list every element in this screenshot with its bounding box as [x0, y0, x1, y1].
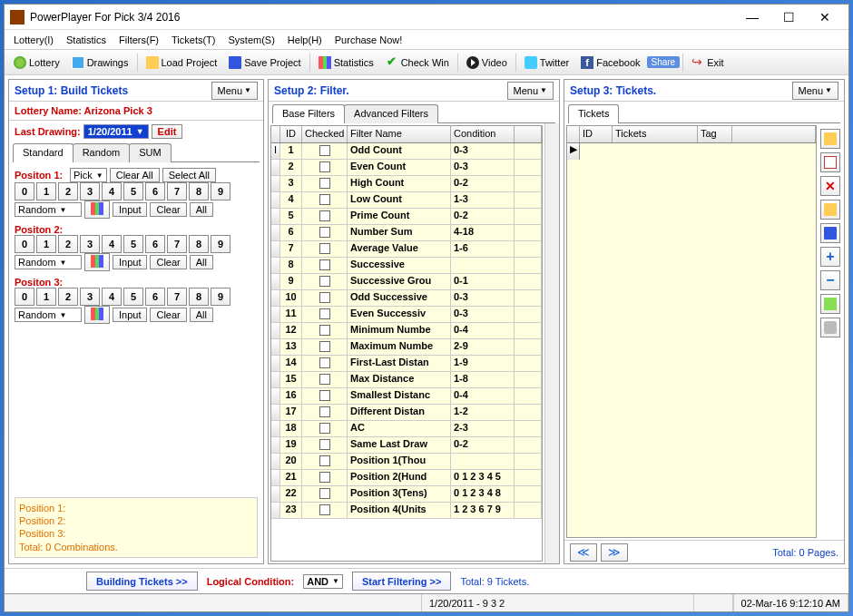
num-1-button[interactable]: 1 — [36, 235, 56, 253]
logical-condition-select[interactable]: AND▼ — [303, 574, 343, 589]
date-picker[interactable]: 1/20/2011▼ — [83, 124, 149, 139]
checkbox[interactable] — [319, 325, 330, 336]
maximize-button[interactable]: ☐ — [770, 6, 807, 28]
num-8-button[interactable]: 8 — [189, 235, 209, 253]
checkbox[interactable] — [319, 423, 330, 434]
num-8-button[interactable]: 8 — [189, 182, 209, 200]
filter-row[interactable]: 13 Maximum Numbe 2-9 — [271, 339, 542, 356]
checkbox[interactable] — [319, 341, 330, 352]
prev-page-button[interactable]: ≪ — [570, 543, 597, 562]
filter-row[interactable]: 2 Even Count 0-3 — [271, 160, 542, 176]
num-4-button[interactable]: 4 — [102, 182, 122, 200]
num-0-button[interactable]: 0 — [15, 288, 34, 306]
num-9-button[interactable]: 9 — [211, 182, 230, 200]
add-button[interactable]: + — [820, 247, 840, 267]
num-6-button[interactable]: 6 — [145, 235, 165, 253]
num-3-button[interactable]: 3 — [80, 288, 100, 306]
checkbox[interactable] — [319, 455, 330, 466]
scrollbar[interactable] — [544, 123, 559, 563]
statistics-button[interactable]: Statistics — [313, 53, 379, 73]
filter-row[interactable]: 23 Position 4(Units 1 2 3 6 7 9 — [271, 503, 542, 519]
filter-row[interactable]: 3 High Count 0-2 — [271, 176, 542, 192]
num-4-button[interactable]: 4 — [102, 288, 122, 306]
num-5-button[interactable]: 5 — [123, 182, 143, 200]
share-button[interactable]: Share — [647, 56, 681, 68]
filter-row[interactable]: 17 Different Distan 1-2 — [271, 405, 542, 421]
all-button[interactable]: All — [190, 255, 213, 269]
minimize-button[interactable]: — — [734, 6, 770, 28]
checkbox[interactable] — [319, 210, 330, 221]
filter-row[interactable]: 12 Minimum Numbe 0-4 — [271, 323, 542, 339]
clearall-button[interactable]: Clear All — [110, 168, 160, 182]
checkbox[interactable] — [319, 472, 330, 483]
all-button[interactable]: All — [190, 308, 213, 322]
input-button[interactable]: Input — [113, 308, 147, 322]
num-5-button[interactable]: 5 — [123, 235, 143, 253]
exit-button[interactable]: ↪Exit — [686, 53, 729, 73]
menu-statistics[interactable]: Statistics — [61, 33, 112, 47]
num-2-button[interactable]: 2 — [58, 235, 78, 253]
checkbox[interactable] — [319, 292, 330, 303]
checkbox[interactable] — [319, 194, 330, 205]
drawings-button[interactable]: Drawings — [66, 53, 134, 73]
facebook-button[interactable]: fFacebook — [575, 53, 645, 73]
open-button[interactable] — [820, 200, 840, 220]
chart-button[interactable] — [84, 306, 110, 324]
filter-row[interactable]: 21 Position 2(Hund 0 1 2 3 4 5 — [271, 470, 542, 486]
edit-button[interactable]: Edit — [152, 124, 183, 139]
menu-lottery[interactable]: Lottery(I) — [8, 33, 59, 47]
video-button[interactable]: Video — [461, 53, 513, 73]
tab-sum[interactable]: SUM — [129, 143, 171, 162]
tab-tickets[interactable]: Tickets — [568, 104, 619, 123]
filters-table[interactable]: ID Checked Filter Name Condition I 1 Odd… — [270, 125, 543, 562]
filter-row[interactable]: 10 Odd Successive 0-3 — [271, 290, 542, 307]
checkbox[interactable] — [319, 276, 330, 287]
filter-row[interactable]: 7 Average Value 1-6 — [271, 241, 542, 258]
tab-standard[interactable]: Standard — [13, 143, 74, 162]
filter-row[interactable]: 6 Number Sum 4-18 — [271, 225, 542, 241]
filter-row[interactable]: 16 Smallest Distanc 0-4 — [271, 388, 542, 405]
tickets-table[interactable]: ID Tickets Tag ▶ — [566, 125, 817, 538]
num-3-button[interactable]: 3 — [80, 182, 100, 200]
filter-row[interactable]: 14 First-Last Distan 1-9 — [271, 356, 542, 372]
num-9-button[interactable]: 9 — [211, 235, 230, 253]
num-9-button[interactable]: 9 — [211, 288, 230, 306]
menu-system[interactable]: System(S) — [223, 33, 280, 47]
selectall-button[interactable]: Select All — [162, 168, 216, 182]
checkbox[interactable] — [319, 504, 330, 515]
delete-button[interactable]: ✕ — [820, 176, 840, 196]
print-button[interactable] — [820, 318, 840, 337]
checkbox[interactable] — [319, 243, 330, 254]
checkbox[interactable] — [319, 390, 330, 401]
checkbox[interactable] — [319, 439, 330, 450]
all-button[interactable]: All — [190, 202, 213, 217]
filter-row[interactable]: 20 Position 1(Thou — [271, 454, 542, 470]
filter-row[interactable]: 22 Position 3(Tens) 0 1 2 3 4 8 — [271, 486, 542, 503]
filter-row[interactable]: 18 AC 2-3 — [271, 421, 542, 437]
num-7-button[interactable]: 7 — [167, 288, 187, 306]
checkbox[interactable] — [319, 374, 330, 385]
filter-row[interactable]: 8 Successive — [271, 258, 542, 274]
num-7-button[interactable]: 7 — [167, 235, 187, 253]
clear-button[interactable]: Clear — [150, 308, 186, 322]
num-6-button[interactable]: 6 — [145, 182, 165, 200]
filter-row[interactable]: 11 Even Successiv 0-3 — [271, 307, 542, 323]
save-project-button[interactable]: Save Project — [223, 53, 306, 73]
close-button[interactable]: ✕ — [807, 6, 843, 28]
checkbox[interactable] — [319, 161, 330, 172]
filter-row[interactable]: 19 Same Last Draw 0-2 — [271, 437, 542, 454]
refresh-button[interactable] — [820, 294, 840, 314]
random-select[interactable]: Random ▼ — [15, 202, 82, 217]
panel3-menu-button[interactable]: Menu▼ — [792, 82, 838, 100]
building-tickets-button[interactable]: Building Tickets >> — [86, 572, 198, 591]
random-select[interactable]: Random ▼ — [15, 255, 82, 269]
checkbox[interactable] — [319, 488, 330, 499]
edit-row-button[interactable] — [820, 152, 840, 172]
checkwin-button[interactable]: ✔Check Win — [380, 53, 455, 73]
load-project-button[interactable]: Load Project — [141, 53, 223, 73]
checkbox[interactable] — [319, 259, 330, 270]
num-2-button[interactable]: 2 — [58, 182, 78, 200]
filter-row[interactable]: 9 Successive Grou 0-1 — [271, 274, 542, 290]
tab-advanced-filters[interactable]: Advanced Filters — [344, 104, 438, 123]
filter-row[interactable]: 4 Low Count 1-3 — [271, 192, 542, 209]
